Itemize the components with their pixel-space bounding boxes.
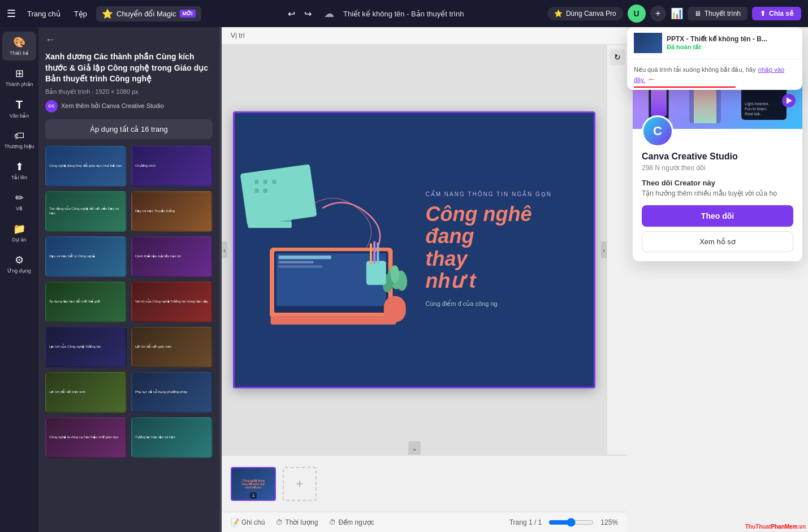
panel-item-apps[interactable]: ⚙ Ứng dụng	[2, 249, 36, 278]
pro-button[interactable]: ⭐ Dùng Canva Pro	[547, 7, 623, 20]
template-thumb-7[interactable]: Áp dụng lập học đổi mới thế giới	[45, 282, 127, 322]
notif-completed-label: Đã hoàn tất	[667, 44, 701, 50]
template-thumb-4[interactable]: Dạy và Học Truyền thống	[131, 191, 213, 232]
view-profile-button[interactable]: Xem hồ sơ	[642, 231, 793, 252]
creator-card: LOL Call Light-hearted.Fun to listen.Rea…	[633, 72, 802, 261]
red-arrow-line	[634, 86, 736, 88]
notif-body: Nếu quá trình tải xuống không bắt đầu, h…	[627, 59, 802, 90]
template-thumb-1[interactable]: Công nghệ đang thay đổi giáo dục như thế…	[45, 146, 127, 187]
user-avatar[interactable]: U	[628, 5, 646, 23]
template-thumb-9[interactable]: Lại ích của Công nghệ Tương tác	[45, 327, 127, 367]
share-button[interactable]: ⬆ Chia sẻ	[752, 7, 801, 20]
template-thumb-5[interactable]: Dạy và Học bởi vì Công nghệ	[45, 236, 127, 277]
svg-point-21	[254, 179, 259, 184]
apply-all-button[interactable]: Áp dụng tất cả 16 trang	[45, 119, 213, 139]
creator-avatar-letter: C	[653, 124, 662, 139]
panel-label-brand: Thương hiệu	[4, 144, 34, 149]
undo-button[interactable]: ↩	[284, 6, 299, 21]
sidebar-title: Xanh dương Các thành phần Cùng kích thướ…	[45, 51, 213, 85]
duration-button[interactable]: ⏱ Thời lượng	[276, 518, 318, 526]
panel-item-components[interactable]: ⊞ Thành phần	[2, 63, 36, 92]
template-thumb-10[interactable]: Lợi ích đổi với giáo viên	[131, 327, 213, 367]
template-text-3: Tác động của Công nghệ đối với nền Dạy v…	[49, 207, 123, 216]
slide-heading-line3: như t	[426, 269, 476, 292]
canvas-scroll[interactable]: CẨM NANG THÔNG TIN NGẮN GỌN Công nghê đa…	[222, 45, 607, 455]
template-thumb-14[interactable]: Tương lại Học tập và Học	[131, 417, 213, 458]
notif-info: PPTX - Thiết kế không tên - B... Đã hoàn…	[667, 35, 796, 51]
redo-button[interactable]: ↪	[301, 6, 315, 21]
panel-label-draw: Vẽ	[16, 206, 23, 211]
present-button[interactable]: 🖥 Thuyết trình	[688, 7, 747, 20]
expand-bottom-button[interactable]: ⌄	[408, 441, 421, 455]
notif-thumbnail	[634, 33, 662, 53]
notif-desc: Nếu quá trình tải xuống không bắt đầu, h…	[634, 66, 755, 73]
template-text-10: Lợi ích đổi với giáo viên	[135, 345, 171, 349]
countdown-button[interactable]: ⏱ Đếm ngược	[329, 518, 374, 526]
template-thumb-6[interactable]: Cách thiết lập một lớp học do	[131, 236, 213, 277]
svg-point-25	[263, 188, 267, 193]
nav-magic[interactable]: ⭐ Chuyển đổi Magic MỚI	[96, 6, 201, 21]
collapse-right-button[interactable]: ›	[601, 241, 607, 258]
main-layout: 🎨 Thiết kế ⊞ Thành phần T Văn bản 🏷 Thươ…	[0, 27, 808, 532]
project-icon: 📁	[13, 223, 25, 235]
breadcrumb: Vị trí	[222, 27, 627, 45]
topnav-right: ⭐ Dùng Canva Pro U + 📊 🖥 Thuyết trình ⬆ …	[547, 5, 801, 23]
svg-rect-20	[240, 164, 317, 226]
icon-panel: 🎨 Thiết kế ⊞ Thành phần T Văn bản 🏷 Thươ…	[0, 27, 38, 532]
zoom-slider[interactable]	[548, 518, 594, 527]
notif-header: PPTX - Thiết kế không tên - B... Đã hoàn…	[627, 27, 802, 59]
panel-item-text[interactable]: T Văn bản	[2, 94, 36, 123]
template-text-6: Cách thiết lập một lớp học do	[135, 254, 181, 259]
refresh-button[interactable]: ↻	[610, 49, 625, 65]
template-grid: Công nghệ đang thay đổi giáo dục như thế…	[45, 146, 213, 458]
template-thumb-2[interactable]: Chương trình	[131, 146, 213, 187]
author-badge-icon: CC	[45, 100, 58, 113]
expand-down-icon: ⌄	[412, 444, 417, 452]
template-text-14: Tương lại Học tập và Học	[135, 435, 175, 440]
panel-item-design[interactable]: 🎨 Thiết kế	[2, 32, 36, 60]
template-text-13: Công nghệ là công cụ học hiệu nhờ giáo d…	[49, 435, 119, 440]
topnav-center: ↩ ↪ ☁ Thiết kế không tên - Bản thuyết tr…	[206, 6, 543, 21]
template-thumb-12[interactable]: Phụ lục về sử dụng phương pháp	[131, 372, 213, 413]
nav-file[interactable]: Tệp	[70, 7, 92, 20]
analytics-icon[interactable]: 📊	[671, 7, 683, 20]
follow-button[interactable]: Theo dõi	[642, 205, 793, 227]
creator-avatar-wrap: C	[642, 115, 793, 147]
panel-item-upload[interactable]: ⬆ Tải lên	[2, 156, 36, 185]
play-button[interactable]	[782, 94, 796, 107]
countdown-label: Đếm ngược	[338, 518, 374, 526]
pro-label: Dùng Canva Pro	[566, 10, 616, 18]
template-thumb-8[interactable]: Vai trò của Công nghệ Tương tác trong Họ…	[131, 282, 213, 322]
notes-button[interactable]: 📝 Ghi chú	[231, 518, 265, 526]
zoom-level: 125%	[600, 518, 618, 526]
duration-label: Thời lượng	[285, 518, 318, 526]
template-thumb-3[interactable]: Tác động của Công nghệ đối với nền Dạy v…	[45, 191, 127, 232]
canvas-frame[interactable]: CẨM NANG THÔNG TIN NGẮN GỌN Công nghê đa…	[233, 111, 595, 388]
template-text-7: Áp dụng lập học đổi mới thế giới	[49, 300, 100, 304]
template-thumb-11[interactable]: Lợi ích đổi với Học sinh	[45, 372, 127, 413]
panel-item-brand[interactable]: 🏷 Thương hiệu	[2, 126, 36, 154]
add-slide-button[interactable]: +	[283, 467, 317, 501]
creator-section-title: Theo dõi Creator này	[642, 179, 793, 187]
template-text-12: Phụ lục về sử dụng phương pháp	[135, 390, 187, 395]
svg-point-22	[263, 179, 267, 184]
panel-item-draw[interactable]: ✏ Vẽ	[2, 187, 36, 216]
panel-item-project[interactable]: 📁 Dự án	[2, 218, 36, 247]
countdown-icon: ⏱	[329, 518, 336, 526]
magic-label: Chuyển đổi Magic	[116, 10, 176, 18]
author-label: Xem thêm bởi Canva Creative Studio	[61, 102, 164, 110]
template-text-1: Công nghệ đang thay đổi giáo dục như thế…	[49, 164, 122, 168]
menu-icon[interactable]: ☰	[7, 7, 16, 20]
template-thumb-13[interactable]: Công nghệ là công cụ học hiệu nhờ giáo d…	[45, 417, 127, 458]
nav-home[interactable]: Trang chủ	[23, 7, 65, 20]
sidebar-author[interactable]: CC Xem thêm bởi Canva Creative Studio	[45, 100, 213, 113]
creator-section-desc: Tận hưởng thêm nhiều mẫu tuyệt vời của h…	[642, 189, 793, 197]
svg-rect-4	[279, 256, 331, 259]
svg-rect-16	[366, 261, 386, 285]
slide-strip: Công nghệ đangthay đổi giáo dụcnhư thế n…	[222, 455, 627, 512]
page-info: Trang 1 / 1	[509, 518, 542, 526]
add-collaborator-button[interactable]: +	[650, 6, 666, 21]
collapse-left-button[interactable]: ‹	[222, 241, 227, 258]
slide-thumb-1[interactable]: Công nghệ đangthay đổi giáo dụcnhư thế n…	[231, 467, 276, 501]
sidebar-back-button[interactable]: ←	[45, 34, 55, 46]
